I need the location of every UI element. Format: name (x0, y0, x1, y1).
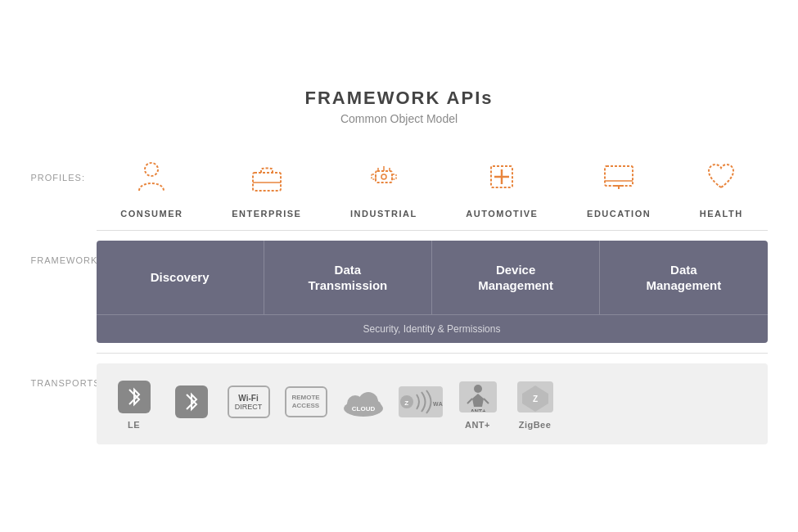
zigbee-label: ZigBee (519, 420, 552, 430)
antplus-label: ANT+ (465, 420, 490, 430)
transports-section: TRANSPORTS: LE (31, 354, 768, 444)
transports-label: TRANSPORTS: (31, 354, 97, 444)
transport-bluetooth (170, 383, 213, 425)
consumer-icon (131, 156, 172, 202)
svg-point-0 (145, 163, 158, 176)
education-label: EDUCATION (587, 209, 651, 219)
industrial-label: INDUSTRIAL (350, 209, 417, 219)
profiles-section: PROFILES: CONSUMER (31, 148, 768, 230)
framework-boxes: Discovery DataTransmission DeviceManagem… (97, 241, 768, 314)
main-container: FRAMEWORK APIs Common Object Model PROFI… (31, 88, 768, 444)
svg-line-27 (484, 399, 489, 404)
transport-ble: LE (113, 378, 156, 430)
transport-zigbee: Z ZigBee (514, 378, 557, 430)
consumer-label: CONSUMER (120, 209, 183, 219)
zigbee-icon: Z (514, 378, 557, 416)
wifi-icon: Wi-Fi DIRECT (228, 383, 270, 421)
health-label: HEALTH (700, 209, 743, 219)
transports-content: LE Wi-Fi DIRECT (97, 363, 768, 444)
profile-health: HEALTH (700, 156, 743, 219)
industrial-icon (363, 156, 404, 202)
profile-enterprise: ENTERPRISE (232, 156, 301, 219)
svg-text:Z: Z (532, 394, 537, 404)
cloud-icon: CLOUD (342, 383, 385, 421)
automotive-label: AUTOMOTIVE (466, 209, 538, 219)
transport-remote-access: REMOTEACCESS (285, 383, 327, 425)
framework-content: Discovery DataTransmission DeviceManagem… (97, 241, 768, 343)
framework-data-transmission: DataTransmission (264, 241, 432, 314)
svg-text:CLOUD: CLOUD (351, 405, 375, 413)
svg-point-6 (381, 174, 386, 179)
ble-icon (113, 378, 156, 416)
profile-education: EDUCATION (587, 156, 651, 219)
framework-section: FRAMEWORK: Discovery DataTransmission De… (31, 231, 768, 353)
svg-text:ANT+: ANT+ (470, 408, 485, 412)
bluetooth-icon (170, 383, 213, 421)
page-title: FRAMEWORK APIs (31, 88, 768, 109)
automotive-icon (481, 156, 522, 202)
transport-wifi-direct: Wi-Fi DIRECT (228, 383, 270, 425)
framework-label: FRAMEWORK: (31, 231, 97, 353)
profiles-content: CONSUMER ENTERPRISE (97, 148, 768, 230)
enterprise-label: ENTERPRISE (232, 209, 301, 219)
ble-label: LE (128, 420, 140, 430)
security-label: Security, Identity & Permissions (97, 314, 768, 343)
health-icon (701, 156, 742, 202)
svg-text:WAVE: WAVE (433, 401, 443, 407)
framework-data-management: DataManagement (600, 241, 767, 314)
header-section: FRAMEWORK APIs Common Object Model (31, 88, 768, 125)
profile-automotive: AUTOMOTIVE (466, 156, 538, 219)
svg-rect-3 (376, 171, 392, 183)
framework-discovery: Discovery (97, 241, 264, 314)
remote-access-icon: REMOTEACCESS (285, 383, 327, 421)
page-subtitle: Common Object Model (31, 112, 768, 125)
svg-text:Z: Z (404, 399, 408, 407)
zwave-icon: Z WAVE (399, 383, 442, 421)
antplus-icon: ANT+ (457, 378, 499, 416)
profile-consumer: CONSUMER (120, 156, 183, 219)
svg-rect-1 (253, 173, 281, 191)
profile-industrial: INDUSTRIAL (350, 156, 417, 219)
framework-device-management: DeviceManagement (432, 241, 600, 314)
svg-line-26 (467, 399, 472, 404)
transport-antplus: ANT+ ANT+ (457, 378, 499, 430)
svg-rect-13 (605, 166, 633, 186)
enterprise-icon (246, 156, 287, 202)
profiles-label: PROFILES: (31, 148, 97, 230)
education-icon (598, 156, 639, 202)
svg-point-25 (474, 385, 482, 393)
transport-cloud: CLOUD (342, 383, 385, 425)
transport-zwave: Z WAVE (399, 383, 442, 425)
